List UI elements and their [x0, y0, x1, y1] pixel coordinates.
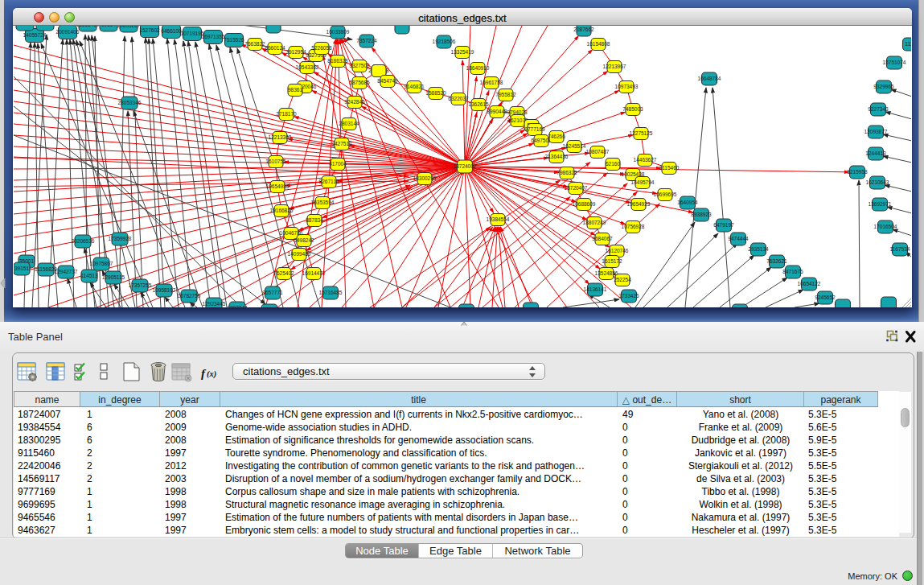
svg-text:1527602: 1527602 — [139, 27, 160, 33]
svg-text:3912954: 3912954 — [285, 49, 306, 55]
svg-text:16154808: 16154808 — [587, 41, 610, 47]
svg-text:16914479: 16914479 — [302, 270, 326, 276]
svg-text:12923445: 12923445 — [203, 301, 226, 307]
svg-text:10688609: 10688609 — [573, 201, 596, 207]
svg-text:10973493: 10973493 — [615, 84, 639, 89]
svg-text:9327508: 9327508 — [349, 63, 370, 68]
svg-text:6466100: 6466100 — [161, 28, 182, 34]
svg-text:10958107: 10958107 — [153, 287, 176, 293]
svg-text:15751074: 15751074 — [883, 60, 906, 65]
svg-text:17357255: 17357255 — [129, 282, 152, 288]
svg-text:1362615: 1362615 — [468, 101, 489, 107]
svg-text:17016504: 17016504 — [874, 224, 897, 229]
svg-text:19654985: 19654985 — [266, 183, 290, 189]
svg-text:15720407: 15720407 — [565, 185, 588, 191]
svg-text:(x): (x) — [207, 369, 216, 379]
svg-text:6479197: 6479197 — [713, 222, 734, 228]
svg-text:21364436: 21364436 — [545, 154, 569, 159]
svg-text:1615172: 1615172 — [602, 258, 622, 264]
svg-text:5875685: 5875685 — [349, 80, 370, 85]
svg-text:746266: 746266 — [548, 134, 565, 139]
svg-text:8215958: 8215958 — [847, 169, 868, 175]
svg-text:18563419: 18563419 — [76, 26, 100, 27]
svg-text:5226058: 5226058 — [311, 45, 332, 51]
svg-text:417004: 417004 — [329, 161, 347, 167]
svg-text:18640910: 18640910 — [466, 65, 490, 71]
svg-text:9329966: 9329966 — [873, 84, 894, 89]
svg-text:f: f — [201, 367, 207, 380]
svg-text:8471676: 8471676 — [782, 269, 803, 274]
svg-text:9684067: 9684067 — [592, 236, 613, 241]
svg-text:14495794: 14495794 — [631, 179, 655, 185]
svg-text:19314: 19314 — [101, 26, 116, 27]
svg-text:8660124: 8660124 — [265, 45, 285, 51]
svg-text:19218506: 19218506 — [433, 39, 456, 44]
svg-text:1167534: 1167534 — [890, 246, 910, 252]
svg-text:8990448: 8990448 — [487, 109, 507, 114]
svg-text:7955812: 7955812 — [495, 92, 516, 97]
svg-text:7515526: 7515526 — [224, 37, 244, 43]
svg-text:1640954: 1640954 — [677, 200, 698, 205]
svg-text:16245514: 16245514 — [563, 143, 586, 149]
svg-text:10543362: 10543362 — [296, 64, 319, 70]
svg-text:8186328: 8186328 — [327, 58, 348, 64]
svg-text:12093877: 12093877 — [864, 129, 888, 134]
svg-text:62160: 62160 — [606, 161, 620, 167]
svg-text:12213363: 12213363 — [269, 134, 292, 140]
svg-text:10756928: 10756928 — [622, 224, 645, 229]
svg-text:14136141: 14136141 — [584, 286, 607, 292]
svg-text:16961758: 16961758 — [480, 80, 503, 85]
svg-text:7632621: 7632621 — [766, 258, 787, 264]
svg-text:14055724: 14055724 — [23, 32, 47, 38]
svg-text:20091406: 20091406 — [56, 29, 80, 35]
svg-text:7663822: 7663822 — [244, 41, 265, 47]
svg-text:98361: 98361 — [288, 87, 302, 93]
svg-text:9146821: 9146821 — [404, 84, 425, 89]
svg-text:7485003: 7485003 — [622, 106, 643, 112]
svg-text:6322037: 6322037 — [448, 96, 469, 101]
svg-text:18807249: 18807249 — [583, 220, 606, 225]
svg-text:12905115: 12905115 — [102, 274, 125, 280]
svg-text:7357224: 7357224 — [356, 38, 377, 43]
svg-text:8267110: 8267110 — [319, 179, 339, 184]
svg-text:2087662: 2087662 — [573, 27, 594, 32]
svg-text:16648784: 16648784 — [698, 76, 721, 81]
svg-text:19166825: 19166825 — [270, 208, 294, 213]
svg-text:8454749: 8454749 — [377, 78, 398, 84]
svg-text:9427512: 9427512 — [331, 141, 352, 146]
svg-text:13524856: 13524856 — [595, 270, 618, 276]
svg-text:1117: 1117 — [905, 41, 911, 47]
svg-text:39151: 39151 — [14, 266, 29, 271]
svg-text:12275125: 12275125 — [630, 130, 653, 136]
svg-text:10654122: 10654122 — [798, 281, 821, 286]
svg-text:19384554: 19384554 — [487, 216, 510, 222]
svg-text:1244413: 1244413 — [865, 150, 886, 156]
svg-text:10807487: 10807487 — [586, 149, 610, 154]
svg-text:17359928: 17359928 — [109, 236, 132, 241]
svg-text:9245652: 9245652 — [815, 295, 836, 300]
svg-text:18300295: 18300295 — [413, 175, 437, 181]
svg-text:8938923: 8938923 — [691, 212, 712, 217]
svg-text:9777169: 9777169 — [524, 126, 545, 132]
svg-text:9115460: 9115460 — [659, 165, 680, 171]
svg-text:15716485: 15716485 — [319, 290, 343, 295]
svg-text:10975867: 10975867 — [90, 261, 113, 266]
svg-text:2803144: 2803144 — [339, 121, 359, 126]
svg-text:5498242: 5498242 — [294, 237, 314, 243]
svg-text:1610755: 1610755 — [265, 159, 286, 164]
svg-text:1292344: 1292344 — [227, 305, 248, 307]
svg-text:16120746: 16120746 — [606, 248, 629, 253]
svg-text:252254: 252254 — [614, 277, 631, 282]
svg-text:13325419: 13325419 — [451, 49, 474, 55]
svg-text:114513: 114513 — [80, 273, 98, 278]
svg-text:7986322: 7986322 — [556, 170, 577, 175]
svg-text:10719195: 10719195 — [181, 31, 204, 36]
svg-text:16210643: 16210643 — [866, 179, 889, 185]
svg-text:9657771: 9657771 — [262, 290, 283, 295]
svg-text:15353594: 15353594 — [311, 200, 335, 205]
svg-text:16033809: 16033809 — [326, 29, 350, 35]
svg-text:14463627: 14463627 — [634, 157, 657, 163]
svg-text:7625402: 7625402 — [273, 270, 294, 276]
svg-text:28053346: 28053346 — [118, 100, 142, 105]
svg-text:16971355: 16971355 — [202, 34, 225, 39]
